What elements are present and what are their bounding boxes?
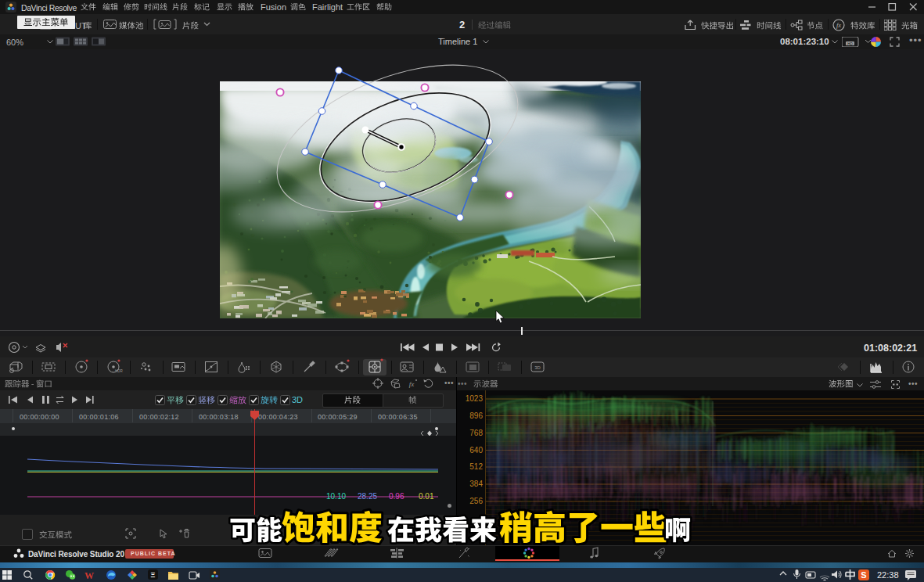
svg-text:fx: fx <box>836 21 841 29</box>
svg-text:256: 256 <box>469 497 483 505</box>
svg-text:fx: fx <box>409 380 415 388</box>
svg-text:512: 512 <box>469 462 483 471</box>
svg-text:•••: ••• <box>444 379 454 387</box>
svg-text:S: S <box>861 570 866 580</box>
svg-text:640: 640 <box>469 446 483 454</box>
svg-text:768: 768 <box>469 429 483 437</box>
svg-text:896: 896 <box>469 411 483 420</box>
svg-text:Ξ: Ξ <box>151 571 156 579</box>
svg-text:1023: 1023 <box>466 394 484 403</box>
svg-text:W: W <box>84 570 94 581</box>
svg-text:3D: 3D <box>534 365 541 370</box>
svg-text:HDR: HDR <box>115 369 123 373</box>
svg-text:384: 384 <box>469 480 483 488</box>
svg-text:HQ: HQ <box>847 42 853 46</box>
